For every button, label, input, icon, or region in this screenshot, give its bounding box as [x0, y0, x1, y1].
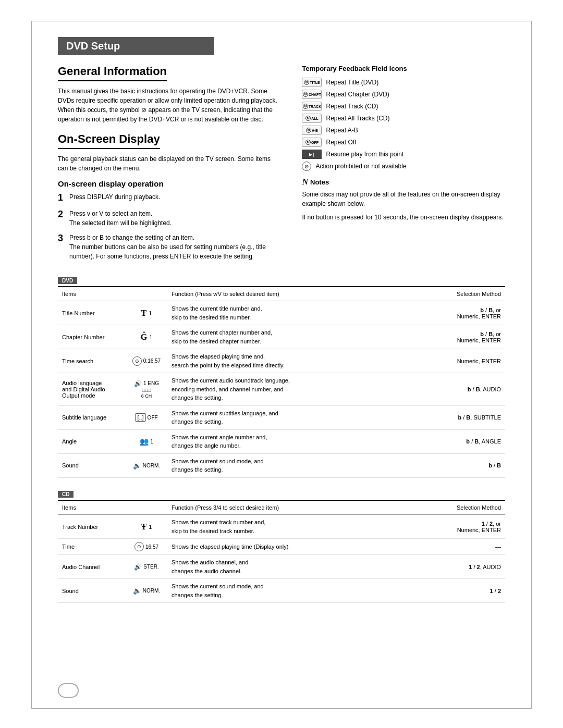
- notes-title-text: Notes: [310, 178, 329, 186]
- icon-item-resume: ▶‖ Resume play from this point: [302, 150, 505, 159]
- step-1: 1 Press DISPLAY during playback.: [58, 192, 281, 204]
- dvd-row-time: Time search ⊙ 0:16:57 Shows the elapsed …: [58, 349, 505, 373]
- dvd-sel-time: Numeric, ENTER: [427, 349, 505, 373]
- all-icon: ↻ ALL: [302, 114, 322, 123]
- dvd-col-function: Function (Press v/V to select desired it…: [167, 287, 427, 301]
- dvd-row-audio: Audio languageand Digital AudioOutput mo…: [58, 373, 505, 406]
- bottom-decoration: [58, 683, 79, 698]
- notes-item-2: If no button is pressed for 10 seconds, …: [302, 213, 505, 222]
- title-icon: ↻ TITLE: [302, 78, 322, 87]
- resume-icon: ▶‖: [302, 150, 322, 159]
- step-2: 2 Press v or V to select an item. The se…: [58, 209, 281, 228]
- dvd-table-section: DVD Items Function (Press v/V to select …: [58, 277, 505, 478]
- dvd-col-items: Items: [58, 287, 126, 301]
- dvd-sel-sound: b / B: [427, 453, 505, 477]
- icon-ab-label: Repeat A-B: [326, 127, 358, 134]
- cd-item-audio: Audio Channel: [58, 555, 126, 579]
- cd-sel-track: 1 / 2, orNumeric, ENTER: [427, 515, 505, 539]
- dvd-func-chapter: Shows the current chapter number and,ski…: [167, 325, 427, 349]
- page-title: DVD Setup: [66, 40, 120, 52]
- dvd-item-sound: Sound: [58, 453, 126, 477]
- dvd-func-sound: Shows the current sound mode, andchanges…: [167, 453, 427, 477]
- icon-track-label: Repeat Track (CD): [326, 103, 378, 110]
- dvd-func-title: Shows the current title number and,skip …: [167, 301, 427, 325]
- dvd-col-icon: [126, 287, 167, 301]
- dvd-icon-audio: 🔊 1 ENG □□□ 6 CH: [126, 373, 167, 406]
- general-section: General Information This manual gives th…: [58, 65, 281, 124]
- dvd-icon-angle: 👥 1: [126, 429, 167, 453]
- general-body: This manual gives the basic instructions…: [58, 87, 281, 124]
- cd-table: Items Function (Press 3/4 to select desi…: [58, 500, 505, 603]
- icon-off-label: Repeat Off: [326, 139, 356, 146]
- dvd-item-audio: Audio languageand Digital AudioOutput mo…: [58, 373, 126, 406]
- feedback-title: Temporary Feedback Field Icons: [302, 65, 505, 72]
- step-2-main: Press v or V to select an item.: [69, 210, 152, 217]
- right-column: Temporary Feedback Field Icons ↻ TITLE R…: [302, 65, 505, 266]
- prohibited-icon: ⊘: [302, 162, 311, 171]
- icon-item-chapter: ↻ CHAPT Repeat Chapter (DVD): [302, 90, 505, 99]
- cd-col-function: Function (Press 3/4 to select desired it…: [167, 500, 427, 515]
- cd-row-time: Time ⊙ 16:57 Shows the elapsed playing t…: [58, 539, 505, 555]
- cd-sel-sound: 1 / 2: [427, 579, 505, 603]
- dvd-sel-subtitle: b / B, SUBTITLE: [427, 405, 505, 429]
- ab-icon: ↻ A·B: [302, 126, 322, 135]
- cd-func-time: Shows the elapsed playing time (Display …: [167, 539, 427, 555]
- cd-func-audio: Shows the audio channel, andchanges the …: [167, 555, 427, 579]
- icon-item-prohibited: ⊘ Action prohibited or not available: [302, 162, 505, 171]
- dvd-icon-subtitle: [..] OFF: [126, 405, 167, 429]
- dvd-func-audio: Shows the current audio soundtrack langu…: [167, 373, 427, 406]
- icon-item-off: ↻ OFF Repeat Off: [302, 138, 505, 147]
- cd-row-track: Track Number Ŧ 1 Shows the current track…: [58, 515, 505, 539]
- cd-col-icon: [126, 500, 167, 515]
- cd-row-audio: Audio Channel 🔊 STER. Shows the audio ch…: [58, 555, 505, 579]
- onscreen-operation: On-screen display operation 1 Press DISP…: [58, 179, 281, 261]
- dvd-row-sound: Sound 🔈 NORM. Shows the current sound mo…: [58, 453, 505, 477]
- step-3-main: Press b or B to change the setting of an…: [69, 234, 194, 241]
- track-icon: ↻ TRACK: [302, 102, 322, 111]
- dvd-item-angle: Angle: [58, 429, 126, 453]
- cd-sel-time: —: [427, 539, 505, 555]
- notes-icon: N: [302, 177, 308, 187]
- notes-item-1: Some discs may not provide all of the fe…: [302, 190, 505, 208]
- chapter-icon: ↻ CHAPT: [302, 90, 322, 99]
- icon-title-label: Repeat Title (DVD): [326, 79, 378, 86]
- icon-item-track: ↻ TRACK Repeat Track (CD): [302, 102, 505, 111]
- icon-item-ab: ↻ A·B Repeat A-B: [302, 126, 505, 135]
- step-1-main: Press DISPLAY during playback.: [69, 193, 160, 201]
- general-title: General Information: [58, 65, 167, 81]
- onscreen-intro: The general playback status can be displ…: [58, 154, 281, 173]
- dvd-func-subtitle: Shows the current subtitles language, an…: [167, 405, 427, 429]
- cd-table-section: CD Items Function (Press 3/4 to select d…: [58, 490, 505, 603]
- onscreen-sub-title: On-screen display operation: [58, 179, 281, 188]
- dvd-badge: DVD: [58, 277, 77, 284]
- dvd-table: Items Function (Press v/V to select desi…: [58, 286, 505, 478]
- icon-item-title: ↻ TITLE Repeat Title (DVD): [302, 78, 505, 87]
- dvd-item-title: Title Number: [58, 301, 126, 325]
- dvd-item-time: Time search: [58, 349, 126, 373]
- onscreen-section: On-Screen Display The general playback s…: [58, 132, 281, 261]
- feedback-icon-list: ↻ TITLE Repeat Title (DVD) ↻ CHAPT Repea…: [302, 78, 505, 171]
- dvd-row-title: Title Number Ŧ 1 Shows the current title…: [58, 301, 505, 325]
- step-3-sub: The number buttons can be also be used f…: [69, 243, 266, 260]
- dvd-icon-title: Ŧ 1: [126, 301, 167, 325]
- page-container: DVD Setup General Information This manua…: [31, 21, 532, 709]
- dvd-sel-chapter: b / B, orNumeric, ENTER: [427, 325, 505, 349]
- icon-all-label: Repeat All Tracks (CD): [326, 115, 389, 122]
- dvd-row-subtitle: Subtitle language [..] OFF Shows the cur…: [58, 405, 505, 429]
- off-icon: ↻ OFF: [302, 138, 322, 147]
- cd-func-track: Shows the current track number and,skip …: [167, 515, 427, 539]
- dvd-item-subtitle: Subtitle language: [58, 405, 126, 429]
- dvd-row-angle: Angle 👥 1 Shows the current angle number…: [58, 429, 505, 453]
- feedback-section: Temporary Feedback Field Icons ↻ TITLE R…: [302, 65, 505, 171]
- cd-item-track: Track Number: [58, 515, 126, 539]
- icon-prohibited-label: Action prohibited or not available: [315, 163, 406, 170]
- step-3: 3 Press b or B to change the setting of …: [58, 233, 281, 261]
- cd-icon-audio: 🔊 STER.: [126, 555, 167, 579]
- dvd-func-time: Shows the elapsed playing time and,searc…: [167, 349, 427, 373]
- dvd-sel-title: b / B, orNumeric, ENTER: [427, 301, 505, 325]
- cd-row-sound: Sound 🔈 NORM. Shows the current sound mo…: [58, 579, 505, 603]
- cd-icon-time: ⊙ 16:57: [126, 539, 167, 555]
- left-column: General Information This manual gives th…: [58, 65, 281, 266]
- cd-item-sound: Sound: [58, 579, 126, 603]
- dvd-func-angle: Shows the current angle number and,chang…: [167, 429, 427, 453]
